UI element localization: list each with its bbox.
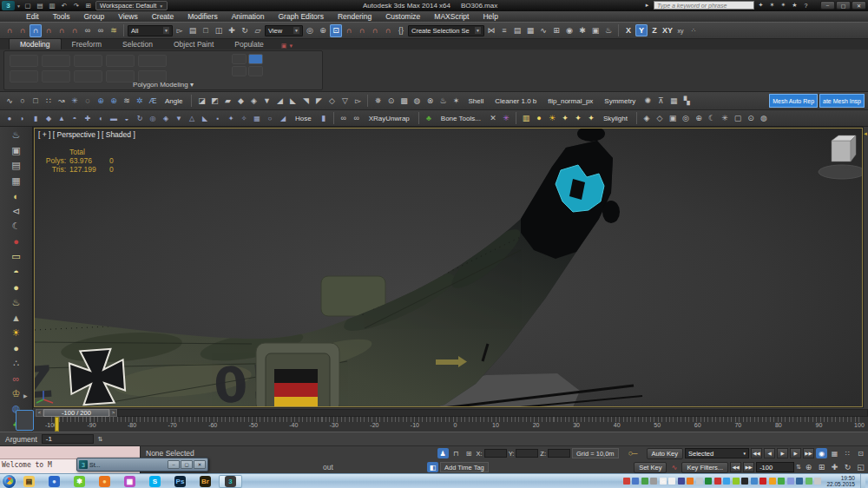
- checker-icon[interactable]: ▚: [681, 95, 693, 108]
- tray-icon[interactable]: [814, 478, 821, 485]
- menu-item[interactable]: Tools: [46, 12, 77, 21]
- bone-chain-icon[interactable]: ✳: [500, 112, 512, 125]
- tool-icon[interactable]: ✺: [641, 95, 654, 108]
- soft-selection-icon[interactable]: ∴: [687, 24, 700, 37]
- selection-filter-dropdown[interactable]: All▼: [128, 25, 173, 36]
- primitive-icon[interactable]: ▦: [251, 112, 263, 125]
- zoom-icon[interactable]: ⊕: [803, 462, 814, 472]
- viewport-label[interactable]: [ + ] [ Perspective ] [ Shaded ]: [38, 130, 135, 139]
- snap-3d-icon[interactable]: ∩: [30, 24, 42, 37]
- app-logo-icon[interactable]: 3: [2, 1, 15, 10]
- open-file-icon[interactable]: ▤: [35, 1, 45, 10]
- workspace-dropdown[interactable]: Workspace: Default▼: [95, 1, 168, 10]
- axis-constraint-icon[interactable]: xy: [674, 24, 687, 37]
- primitive-icon[interactable]: ✧: [238, 112, 250, 125]
- new-file-icon[interactable]: ▢: [23, 1, 33, 10]
- poly-op-icon[interactable]: ◣: [286, 95, 299, 108]
- primitive-icon[interactable]: ↻: [134, 112, 146, 125]
- rect-region-icon[interactable]: □: [200, 24, 212, 37]
- poly-op-icon[interactable]: ▽: [339, 95, 351, 108]
- tray-icon[interactable]: [769, 478, 776, 485]
- tray-icon[interactable]: [687, 478, 694, 485]
- tray-icon[interactable]: [641, 478, 648, 485]
- tool-icon[interactable]: ▩: [398, 95, 410, 108]
- menu-item[interactable]: Views: [111, 12, 145, 21]
- target2-icon[interactable]: ⊕: [108, 95, 120, 108]
- minimize-button[interactable]: –: [820, 1, 835, 10]
- ribbon-mini-button-active[interactable]: [248, 54, 263, 64]
- tray-icon[interactable]: [650, 478, 657, 485]
- primitive-icon[interactable]: ◣: [199, 112, 211, 125]
- utility-icon[interactable]: ✳: [719, 112, 731, 125]
- primitive-icon[interactable]: ▬: [108, 112, 120, 125]
- ribbon-button[interactable]: [42, 55, 70, 67]
- default-in-out-tangent-icon[interactable]: ∿: [668, 462, 680, 472]
- material-editor-icon[interactable]: ◉: [563, 24, 575, 37]
- primitive-icon[interactable]: ◎: [147, 112, 159, 125]
- unlink-icon[interactable]: ∞: [95, 24, 107, 37]
- poly-op-icon[interactable]: ◤: [312, 95, 325, 108]
- reference-coordinate-dropdown[interactable]: View▼: [265, 25, 303, 36]
- primitive-icon[interactable]: ▼: [173, 112, 185, 125]
- tray-icon[interactable]: [678, 478, 685, 485]
- ribbon-tab[interactable]: Object Paint: [163, 39, 224, 49]
- bone-icon[interactable]: ✕: [487, 112, 499, 125]
- maximize-viewport-icon[interactable]: ◱: [855, 462, 866, 472]
- render-setup-icon[interactable]: ✱: [576, 24, 589, 37]
- render-teapot-icon[interactable]: ♨: [5, 128, 28, 143]
- select-scale-icon[interactable]: ▱: [252, 24, 264, 37]
- fountain-icon[interactable]: ✲: [134, 95, 146, 108]
- time-slider-handle[interactable]: -100 / 200: [43, 409, 109, 417]
- primitive-icon[interactable]: ✦: [225, 112, 237, 125]
- rain-icon[interactable]: ∴: [5, 356, 28, 372]
- primitive-icon[interactable]: △: [186, 112, 198, 125]
- show-desktop-button[interactable]: [860, 474, 865, 488]
- ribbon-toggle-icon[interactable]: ▦: [524, 24, 536, 37]
- wave-icon[interactable]: ≋: [121, 95, 133, 108]
- utility-icon[interactable]: ⊙: [745, 112, 757, 125]
- menu-item[interactable]: Animation: [225, 12, 272, 21]
- tray-icon[interactable]: [787, 478, 794, 485]
- named-selection-set-dropdown[interactable]: Create Selection Se▼: [408, 25, 484, 36]
- primitive-icon[interactable]: ◓: [69, 112, 81, 125]
- select-manipulate-icon[interactable]: ⊕: [317, 24, 329, 37]
- viewport-scroll-arrow[interactable]: ◄: [863, 131, 868, 136]
- axis-xy-button[interactable]: XY: [661, 24, 674, 36]
- zoom-extents-icon[interactable]: ⊞: [816, 462, 827, 472]
- taskbar-skype[interactable]: S: [143, 475, 167, 488]
- tray-icon[interactable]: [696, 478, 703, 485]
- set-keys-key-icon[interactable]: ○─: [621, 449, 645, 458]
- menu-item[interactable]: Edit: [19, 12, 46, 21]
- perspective-viewport[interactable]: [ + ] [ Perspective ] [ Shaded ] Total P…: [34, 128, 863, 407]
- poly-op-icon[interactable]: ▰: [221, 95, 233, 108]
- circle-icon[interactable]: ○: [16, 95, 29, 108]
- time-next-button[interactable]: >: [109, 409, 117, 417]
- tray-icon[interactable]: G: [660, 478, 667, 485]
- current-time-field[interactable]: -100: [756, 462, 794, 472]
- dome-icon[interactable]: ◓: [5, 265, 28, 280]
- poly-op-icon[interactable]: ◥: [299, 95, 312, 108]
- current-time-marker[interactable]: [55, 417, 59, 432]
- tool-icon[interactable]: ✵: [372, 95, 384, 108]
- y-coordinate-field[interactable]: [516, 449, 538, 458]
- text-tool-icon[interactable]: Æ: [147, 95, 159, 108]
- spot-icon[interactable]: ✦: [572, 112, 584, 125]
- tray-icon[interactable]: [723, 478, 730, 485]
- ribbon-mini-button[interactable]: [232, 66, 247, 76]
- menu-item[interactable]: Group: [77, 12, 112, 21]
- taskbar-media-app[interactable]: ▦: [118, 475, 141, 488]
- grid-toggle-icon[interactable]: ▦: [829, 448, 840, 458]
- ribbon-mini-button[interactable]: [232, 54, 247, 64]
- help-icon[interactable]: ?: [801, 3, 811, 9]
- primitive-icon[interactable]: ◖: [95, 112, 107, 125]
- time-spinner[interactable]: ⇅: [796, 464, 801, 471]
- spheres-pair-icon[interactable]: ∞: [5, 371, 28, 386]
- snap-percent-icon[interactable]: ∩: [56, 24, 68, 37]
- material-sphere-icon[interactable]: ●: [5, 234, 28, 250]
- plane-icon[interactable]: ▭: [5, 249, 28, 265]
- primitive-icon[interactable]: ◢: [277, 112, 289, 125]
- favorites-icon[interactable]: ★: [790, 2, 799, 9]
- tool-icon[interactable]: ◍: [411, 95, 423, 108]
- select-rotate-icon[interactable]: ↻: [239, 24, 251, 37]
- poly-op-icon[interactable]: ◇: [326, 95, 338, 108]
